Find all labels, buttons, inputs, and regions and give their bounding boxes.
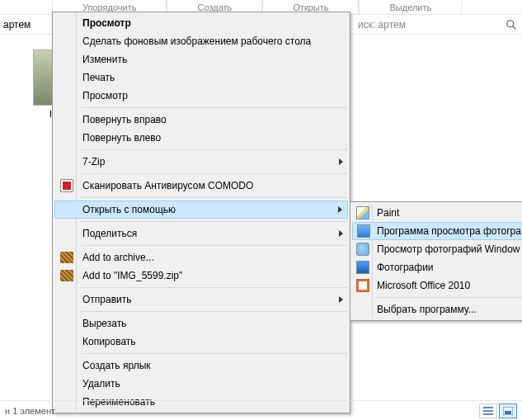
- view-thumbnails-button[interactable]: [499, 403, 517, 418]
- svg-point-0: [507, 20, 514, 26]
- menu-separator: [81, 173, 347, 174]
- menu-rotate-right[interactable]: Повернуть вправо: [54, 111, 348, 129]
- menu-separator: [81, 245, 347, 246]
- submenu-photo-viewer[interactable]: Программа просмотра фотогра: [352, 222, 522, 240]
- menu-open-with[interactable]: Открыть с помощью: [54, 201, 348, 219]
- comodo-icon: [59, 178, 74, 193]
- menu-separator: [81, 197, 347, 198]
- archive-icon: [59, 268, 74, 283]
- svg-rect-6: [505, 411, 511, 414]
- submenu-arrow-icon: [339, 296, 343, 303]
- svg-line-1: [513, 26, 516, 29]
- menu-add-to-zip[interactable]: Add to "IMG_5599.zip": [54, 267, 348, 285]
- menu-set-wallpaper[interactable]: Сделать фоновым изображением рабочего ст…: [54, 32, 348, 50]
- context-menu: Просмотр Сделать фоновым изображением ра…: [52, 12, 350, 413]
- submenu-arrow-icon: [339, 230, 343, 237]
- photo-viewer-icon: [357, 224, 370, 238]
- submenu-choose-program[interactable]: Выбрать программу...: [352, 300, 522, 319]
- menu-separator: [81, 149, 347, 150]
- submenu-photos[interactable]: Фотографии: [352, 258, 522, 276]
- menu-separator: [81, 353, 347, 354]
- menu-separator: [81, 221, 347, 222]
- svg-rect-3: [483, 410, 493, 412]
- menu-send-to[interactable]: Отправить: [54, 290, 348, 309]
- menu-share[interactable]: Поделиться: [54, 224, 348, 243]
- menu-create-shortcut[interactable]: Создать ярлык: [54, 356, 348, 375]
- menu-scan-comodo[interactable]: Сканировать Антивирусом COMODO: [54, 177, 348, 195]
- menu-add-to-archive[interactable]: Add to archive...: [54, 248, 348, 267]
- search-placeholder: иск: артем: [358, 19, 506, 31]
- menu-separator: [81, 287, 347, 288]
- ribbon-tab-select[interactable]: Выделить: [359, 0, 462, 15]
- search-input[interactable]: иск: артем: [353, 16, 522, 34]
- menu-cut[interactable]: Вырезать: [54, 314, 348, 333]
- paint-icon: [356, 206, 369, 219]
- breadcrumb[interactable]: артем: [0, 19, 31, 31]
- photos-icon: [356, 261, 369, 274]
- menu-separator: [81, 107, 347, 108]
- menu-rotate-left[interactable]: Повернуть влево: [54, 129, 348, 147]
- menu-7zip[interactable]: 7-Zip: [54, 153, 348, 171]
- submenu-paint[interactable]: Paint: [352, 204, 522, 222]
- menu-print[interactable]: Печать: [54, 68, 348, 87]
- menu-edit[interactable]: Изменить: [54, 50, 348, 68]
- list-view-icon: [483, 407, 493, 415]
- menu-separator: [81, 311, 347, 312]
- menu-preview[interactable]: Просмотр: [54, 14, 348, 32]
- submenu-windows-photo-viewer[interactable]: Просмотр фотографий Window: [352, 240, 522, 258]
- tools-icon: [356, 243, 369, 256]
- menu-copy[interactable]: Копировать: [54, 333, 348, 351]
- status-bar: н 1 элемент: [0, 400, 522, 420]
- open-with-submenu: Paint Программа просмотра фотогра Просмо…: [350, 201, 522, 321]
- office-icon: [356, 279, 369, 292]
- submenu-arrow-icon: [338, 206, 342, 213]
- submenu-arrow-icon: [339, 158, 343, 165]
- thumb-view-icon: [503, 407, 513, 415]
- menu-preview-2[interactable]: Просмотр: [54, 87, 348, 105]
- menu-separator: [375, 297, 522, 298]
- status-text: н 1 элемент: [5, 406, 55, 416]
- submenu-ms-office[interactable]: Microsoft Office 2010: [352, 276, 522, 295]
- svg-rect-4: [483, 413, 493, 415]
- search-icon: [506, 19, 517, 31]
- menu-delete[interactable]: Удалить: [54, 375, 348, 393]
- archive-icon: [59, 250, 74, 265]
- view-details-button[interactable]: [479, 403, 497, 418]
- svg-rect-2: [483, 407, 493, 408]
